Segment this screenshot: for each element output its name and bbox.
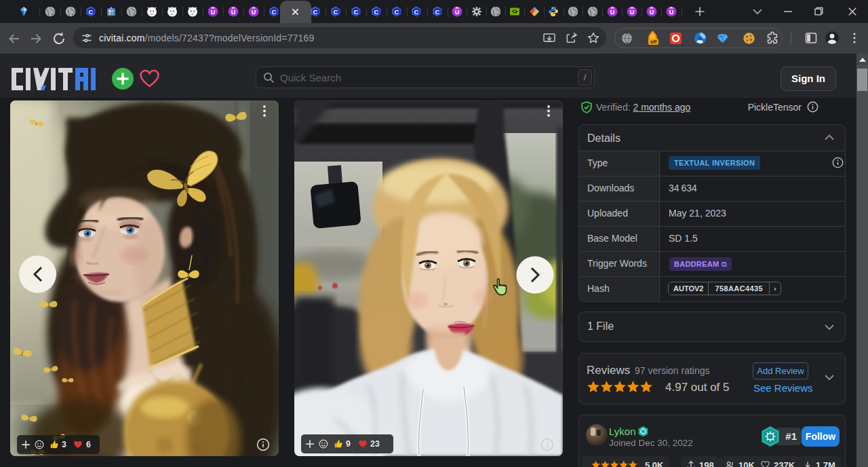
svg-text:off: off <box>650 39 657 45</box>
